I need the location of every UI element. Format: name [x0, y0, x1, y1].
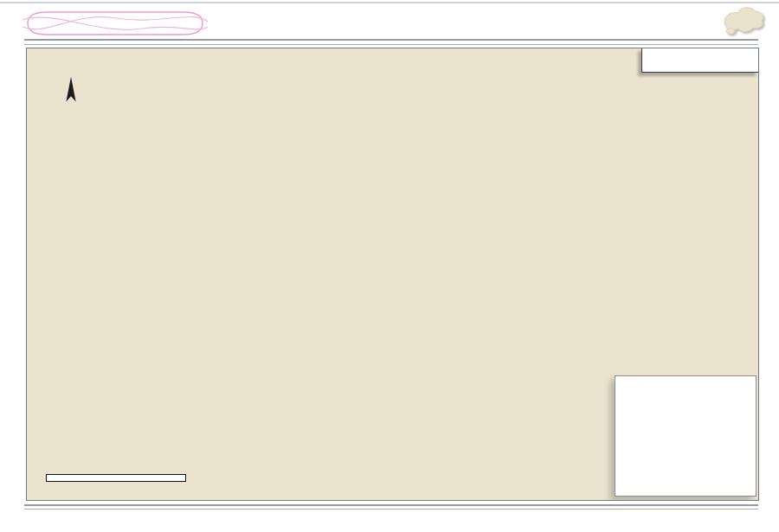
scale-bar	[46, 474, 186, 482]
page-top-border	[0, 2, 779, 3]
legend-body	[622, 386, 752, 393]
section-title	[21, 9, 209, 38]
map-canvas	[26, 48, 759, 501]
legend	[615, 375, 756, 497]
section-badge	[21, 9, 209, 38]
north-arrow	[61, 74, 80, 108]
header-divider	[24, 39, 758, 45]
county-silhouette-icon	[718, 4, 767, 41]
scalebar	[46, 465, 236, 482]
footer-divider	[24, 504, 758, 510]
map-title-box	[641, 48, 759, 73]
legend-right-column	[685, 386, 752, 393]
north-arrow-icon	[64, 75, 78, 105]
scale-ticks	[46, 465, 193, 474]
page	[0, 0, 779, 532]
